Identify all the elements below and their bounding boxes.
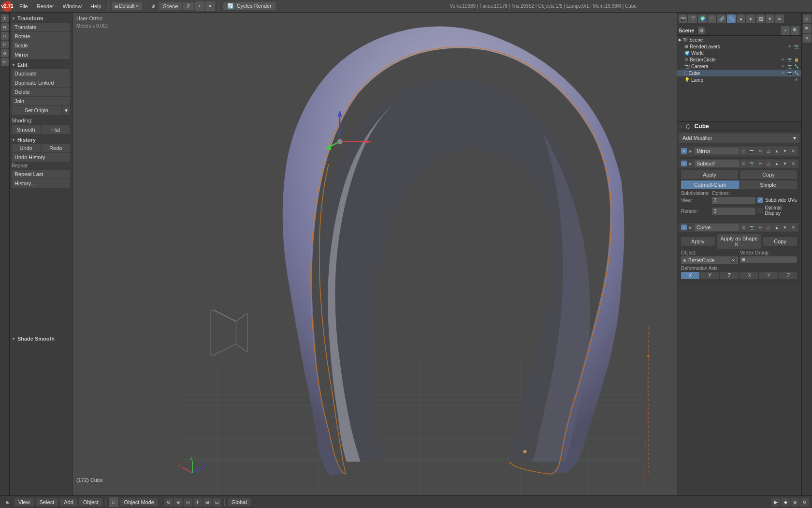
render-value[interactable]: 3	[712, 208, 755, 215]
curve-down-icon[interactable]: ▼	[781, 224, 789, 231]
translate-btn[interactable]: Translate	[12, 23, 70, 31]
shade-smooth-header[interactable]: ▼ Shade Smooth	[12, 335, 70, 343]
undo-history-btn[interactable]: Undo History	[12, 153, 70, 162]
redo-btn[interactable]: Redo	[42, 144, 71, 152]
curve-delete-icon[interactable]: ✕	[789, 224, 797, 231]
orientation-icon[interactable]: ⊡	[213, 498, 221, 507]
ndof-icon[interactable]: ⊕	[791, 498, 799, 507]
tree-beziercircle[interactable]: ⊙ BezierCircle 👁 📷 🔒	[677, 56, 801, 63]
scale-btn[interactable]: Scale	[12, 41, 70, 50]
mirror-toggle[interactable]: ✓	[681, 148, 687, 154]
viewport[interactable]: User Ortho Meters x 0.001	[72, 13, 677, 495]
mirror-realtime-icon[interactable]: ⊡	[740, 147, 748, 155]
tool-icon-2[interactable]: S	[1, 32, 9, 40]
layout-close[interactable]: ✕	[135, 4, 139, 9]
renderlayers-visibility[interactable]: 👁	[787, 44, 793, 49]
select-btn[interactable]: Select	[36, 498, 58, 506]
join-btn[interactable]: Join	[12, 97, 70, 105]
rstrip-icon-2[interactable]: ≡	[803, 34, 812, 43]
add-modifier-btn[interactable]: Add Modifier	[679, 133, 790, 143]
cube-lock[interactable]: 🔧	[794, 70, 799, 76]
catmull-clark-tab[interactable]: Catmull-Clark	[681, 180, 739, 189]
edit-header[interactable]: ▼ Edit	[12, 61, 70, 69]
axis-y-btn[interactable]: Y	[700, 272, 719, 279]
axis-neg-z-btn[interactable]: -Z	[779, 272, 797, 279]
view-value[interactable]: 3	[712, 197, 755, 204]
repeat-last-btn[interactable]: Repeat Last	[12, 170, 70, 179]
delete-btn[interactable]: Delete	[12, 88, 70, 96]
smooth-btn[interactable]: Smooth	[12, 125, 41, 134]
subsurf-mod-name[interactable]: Subsurf	[695, 160, 739, 167]
keyframe-icon[interactable]: ◆	[781, 498, 790, 507]
set-origin-btn[interactable]: Set Origin	[12, 106, 61, 115]
subsurf-down-icon[interactable]: ▼	[781, 160, 789, 167]
beziercircle-render[interactable]: 📷	[787, 57, 793, 62]
scene-add-icon[interactable]: +	[195, 1, 204, 11]
prop-render-icon[interactable]: 📷	[679, 15, 687, 23]
scene-num[interactable]: 2	[183, 2, 193, 10]
flat-btn[interactable]: Flat	[42, 125, 71, 134]
scene-selector[interactable]: Scene	[159, 2, 182, 10]
prop-physics-icon[interactable]: ≋	[775, 15, 784, 23]
mirror-render-icon[interactable]: 📷	[748, 147, 756, 155]
curve-toggle[interactable]: ✓	[681, 224, 687, 230]
subsurf-editmode-icon[interactable]: ✏	[756, 160, 764, 167]
subsurf-apply-btn[interactable]: Apply	[681, 170, 738, 179]
beziercircle-vis[interactable]: 👁	[780, 57, 786, 62]
tree-scene[interactable]: ▶ 🎬 Scene	[677, 37, 801, 43]
undo-btn[interactable]: Undo	[12, 144, 41, 152]
axis-z-btn[interactable]: Z	[720, 272, 739, 279]
prop-world-icon[interactable]: 🌍	[698, 15, 707, 23]
bottom-logo-icon[interactable]: ⊞	[3, 497, 13, 507]
mirror-up-icon[interactable]: ▲	[773, 147, 781, 155]
scene-icon-btn[interactable]: ⊞	[698, 27, 705, 34]
duplicate-linked-btn[interactable]: Duplicate Linked	[12, 78, 70, 87]
mirror-mod-name[interactable]: Mirror	[695, 148, 739, 154]
cube-vis[interactable]: 👁	[780, 70, 786, 76]
axis-x-btn[interactable]: X	[681, 272, 699, 279]
curve-mod-name[interactable]: Curve	[695, 224, 739, 231]
mirror-cage-icon[interactable]: △	[765, 147, 772, 155]
renderlayers-cam[interactable]: 📷	[794, 44, 799, 49]
settings-icon[interactable]: ⚙	[800, 498, 809, 507]
curve-apply-shape-btn[interactable]: Apply as Shape K...	[717, 234, 762, 249]
pivot-icon[interactable]: ⊙	[164, 498, 173, 507]
duplicate-btn[interactable]: Duplicate	[12, 69, 70, 78]
curve-editmode-icon[interactable]: ✏	[756, 224, 764, 231]
curve-apply-btn[interactable]: Apply	[681, 237, 715, 246]
prop-texture-icon[interactable]: 🖼	[756, 15, 765, 23]
tree-cube[interactable]: □ Cube 👁 📷 🔧	[677, 70, 801, 76]
mirror-delete-icon[interactable]: ✕	[789, 147, 797, 155]
timeline-icon[interactable]: ▶	[771, 498, 780, 507]
curve-cage-icon[interactable]: △	[765, 224, 772, 231]
curve-render-icon[interactable]: 📷	[748, 224, 756, 231]
view-btn[interactable]: View	[14, 498, 34, 506]
rstrip-icon-0[interactable]: ⊞	[803, 15, 812, 23]
camera-lock[interactable]: 🔧	[794, 63, 799, 69]
outliner-search-icon[interactable]: 🔍	[791, 26, 799, 35]
global-selector[interactable]: Global	[228, 498, 251, 506]
object-btn[interactable]: Object	[79, 498, 102, 506]
rstrip-icon-1[interactable]: 🔍	[803, 24, 812, 33]
curve-object-clear[interactable]: ✕	[730, 257, 736, 263]
prop-scene-icon[interactable]: 🎬	[688, 15, 697, 23]
subsurf-realtime-icon[interactable]: ⊡	[740, 160, 748, 167]
prop-particles-icon[interactable]: ✦	[766, 15, 774, 23]
history-dots-btn[interactable]: History...	[12, 179, 70, 188]
curve-realtime-icon[interactable]: ⊡	[740, 224, 748, 231]
camera-vis[interactable]: 👁	[780, 63, 786, 69]
scene-remove-icon[interactable]: ✕	[205, 1, 215, 11]
camera-render[interactable]: 📷	[787, 63, 793, 69]
snap-icon[interactable]: ⊕	[174, 498, 183, 507]
subsurf-delete-icon[interactable]: ✕	[789, 160, 797, 167]
axis-neg-y-btn[interactable]: -Y	[759, 272, 777, 279]
curve-copy-btn[interactable]: Copy	[763, 237, 797, 246]
history-header[interactable]: ▼ History	[12, 136, 70, 144]
add-btn[interactable]: Add	[60, 498, 77, 506]
menu-file[interactable]: File	[15, 2, 32, 10]
subsurf-render-icon[interactable]: 📷	[748, 160, 756, 167]
curve-vertgroup-field[interactable]: ⊞	[740, 256, 797, 263]
subsurf-copy-btn[interactable]: Copy	[740, 170, 797, 179]
optimal-display-check[interactable]	[757, 208, 763, 213]
lamp-vis[interactable]: 👁	[794, 77, 799, 83]
